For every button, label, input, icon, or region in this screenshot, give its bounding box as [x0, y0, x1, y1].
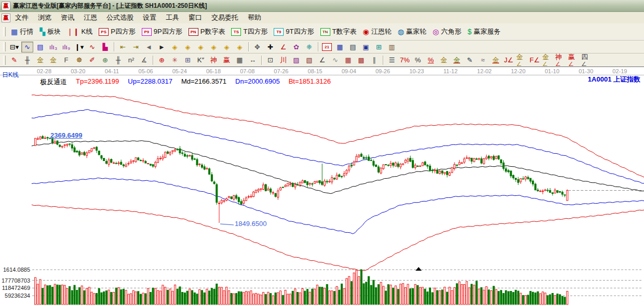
diamond-right-icon[interactable]: ◈ [182, 42, 194, 52]
network-icon[interactable]: ⊞ [373, 42, 385, 52]
jump-first-icon[interactable]: ⇤ [117, 42, 129, 52]
circle-cross-icon[interactable]: ⊕ [156, 55, 168, 65]
zigzag-channel-icon[interactable]: ∿ [21, 42, 33, 52]
gold2-angle-icon[interactable]: 金∠ [542, 55, 554, 65]
grid-net-icon[interactable]: ▦ [342, 55, 354, 65]
report-icon[interactable]: ▤ [347, 42, 359, 52]
gann-circle-icon[interactable]: ⊕ [99, 55, 111, 65]
page-back-icon[interactable]: ◄ [143, 42, 155, 52]
parallel-lines-icon[interactable]: ∥ [368, 55, 380, 65]
star-wheel-icon[interactable]: ✳ [169, 55, 181, 65]
workstation-icon[interactable]: ▥ [386, 42, 398, 52]
toolbar-winner-service[interactable]: $赢家服务 [464, 25, 504, 38]
trend-angle-icon[interactable]: ∠ [316, 55, 328, 65]
zigzag-box-icon[interactable]: ∿ [86, 42, 98, 52]
menu-formula-picker[interactable]: 公式选股 [102, 12, 138, 22]
j-angle-icon[interactable]: J∠ [503, 55, 515, 65]
gold-underline-icon[interactable]: 金 [490, 55, 502, 65]
fan-square-icon[interactable]: ▧ [303, 55, 315, 65]
gate-frame-icon[interactable]: ⊡ [264, 55, 276, 65]
volume-profile-icon[interactable]: ▙ [99, 42, 111, 52]
memo-note-icon[interactable]: ▤ [34, 42, 46, 52]
gold-gate2-icon[interactable]: 金 [47, 55, 59, 65]
fan-box-icon[interactable]: ▨ [290, 55, 302, 65]
toolbar-t-table[interactable]: TNT数字表 [317, 25, 360, 38]
menu-tools[interactable]: 工具 [161, 12, 184, 22]
toolbar-p-table[interactable]: PNP数字表 [185, 25, 229, 38]
flower-gann-icon[interactable]: ✿ [290, 42, 302, 52]
fibonacci-ruler-icon[interactable]: F [60, 55, 72, 65]
toolbar-p-square[interactable]: PSP四方形 [96, 25, 139, 38]
f-angle-icon[interactable]: F∠ [529, 55, 541, 65]
grid-net2-icon[interactable]: ▩ [355, 55, 367, 65]
candle-dropdown-icon[interactable]: ❙▾ [73, 42, 85, 52]
toolbar-gann-wheel[interactable]: ◉江恩轮 [359, 25, 394, 38]
time-ruler-icon[interactable]: ╫ [112, 55, 124, 65]
menu-file[interactable]: 文件 [10, 12, 33, 22]
brush-icon[interactable]: ✎ [8, 55, 20, 65]
k-quote-icon[interactable]: K″ [195, 55, 207, 65]
span-arrow-icon[interactable]: ↔ [247, 55, 259, 65]
diamond-expand-all-icon[interactable]: ◈ [234, 42, 246, 52]
gold-circle-icon[interactable]: 金 [438, 55, 450, 65]
pen-bars-icon[interactable]: ✎ [464, 55, 476, 65]
jump-last-icon[interactable]: ⇥ [130, 42, 142, 52]
pan-hand-icon[interactable]: ✥ [251, 42, 263, 52]
toolbar-hexagon[interactable]: ◎六角形 [430, 25, 464, 38]
save-icon[interactable]: ▣ [360, 42, 372, 52]
gold-gate-icon[interactable]: 金 [34, 55, 46, 65]
depth-bars-icon[interactable]: ☰ [386, 55, 398, 65]
wave-amplitude-icon[interactable]: ≈ [477, 55, 489, 65]
calculator-icon[interactable]: ▦ [334, 42, 346, 52]
crosshair-icon[interactable]: ✚ [264, 42, 276, 52]
win-grid-icon[interactable]: 赢 [221, 55, 233, 65]
kline-period-dropdown-icon[interactable]: ⊟▾ [8, 42, 20, 52]
menu-help[interactable]: 帮助 [243, 12, 266, 22]
page-forward-icon[interactable]: ► [156, 42, 168, 52]
grid-ruler-icon[interactable]: ╫ [21, 55, 33, 65]
gold-angle-icon[interactable]: 金∠ [516, 55, 528, 65]
n-square-icon[interactable]: n² [125, 55, 137, 65]
menu-gann[interactable]: 江恩 [79, 12, 102, 22]
menu-window[interactable]: 窗口 [184, 12, 207, 22]
toolbar-quotes[interactable]: ▦行情 [8, 25, 36, 38]
pen-chart-icon[interactable]: ✐ [86, 55, 98, 65]
shen-grid-icon[interactable]: 神 [208, 55, 220, 65]
sphere-gann-icon[interactable]: ❈ [303, 42, 315, 52]
toolbar-winner-wheel[interactable]: ◍赢家轮 [395, 25, 430, 38]
percent-icon[interactable]: % [412, 55, 424, 65]
fan-lines-icon[interactable]: 川 [277, 55, 289, 65]
diamond-plus-icon[interactable]: ◈ [221, 42, 233, 52]
calendar-icon[interactable]: 21 [321, 42, 333, 52]
four-angle-icon[interactable]: 四∠ [581, 55, 593, 65]
menu-news[interactable]: 资讯 [56, 12, 79, 22]
wave-valley-icon[interactable]: ∿ [329, 55, 341, 65]
angle-measure-icon[interactable]: ∠ [277, 42, 289, 52]
three-bars-icon[interactable]: ılı₃ [47, 42, 59, 52]
gold-line-icon[interactable]: 金 [451, 55, 463, 65]
diamond-star-icon[interactable]: ◈ [208, 42, 220, 52]
percent-line-icon[interactable]: % [425, 55, 437, 65]
grid-123-icon[interactable]: ▦ [234, 55, 246, 65]
menu-settings[interactable]: 设置 [138, 12, 161, 22]
toolbar-sectors[interactable]: ▚板块 [36, 25, 64, 38]
toolbar-kline[interactable]: ❘❙K线 [64, 25, 96, 38]
percent-slash-icon[interactable]: 7% [399, 55, 411, 65]
menu-browse[interactable]: 浏览 [33, 12, 56, 22]
toolbar-t-square[interactable]: TST四方形 [228, 25, 271, 38]
angle-fan-icon[interactable]: ∡ [138, 55, 150, 65]
mdi-child-icon[interactable]: 赢 [2, 14, 10, 22]
win-angle-icon[interactable]: 赢∠ [568, 55, 580, 65]
nine-bars-icon[interactable]: ılı₉ [60, 42, 72, 52]
kline-chart-canvas[interactable]: 02-2803-2004-1105-0605-2406-1807-0807-26… [0, 67, 644, 306]
spiral-icon[interactable]: ☸ [73, 55, 85, 65]
diamond-expand-h-icon[interactable]: ◈ [195, 42, 207, 52]
diamond-left-icon[interactable]: ◈ [169, 42, 181, 52]
menu-trade-order[interactable]: 交易委托 [207, 12, 243, 22]
shen-angle-icon[interactable]: 神∠ [555, 55, 567, 65]
toolbar-9p-square[interactable]: P99P四方形 [139, 25, 185, 38]
toolbar-9t-square[interactable]: T99T四方形 [271, 25, 317, 38]
web-grid-icon[interactable]: ⊞ [182, 55, 194, 65]
chart-region[interactable]: 02-2803-2004-1105-0605-2406-1807-0807-26… [0, 66, 644, 306]
title-bar[interactable]: 赢 赢家江恩专业版[赢家内部服务平台] - [上证指数 SH1A0001-250… [0, 0, 644, 12]
